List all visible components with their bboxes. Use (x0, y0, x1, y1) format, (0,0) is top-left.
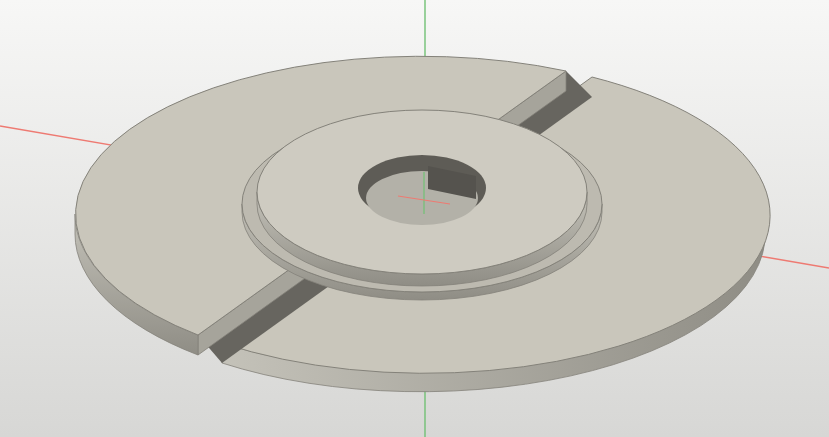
cad-canvas[interactable] (0, 0, 829, 437)
cad-viewport[interactable] (0, 0, 829, 437)
model-slotted-disc[interactable] (75, 56, 770, 391)
